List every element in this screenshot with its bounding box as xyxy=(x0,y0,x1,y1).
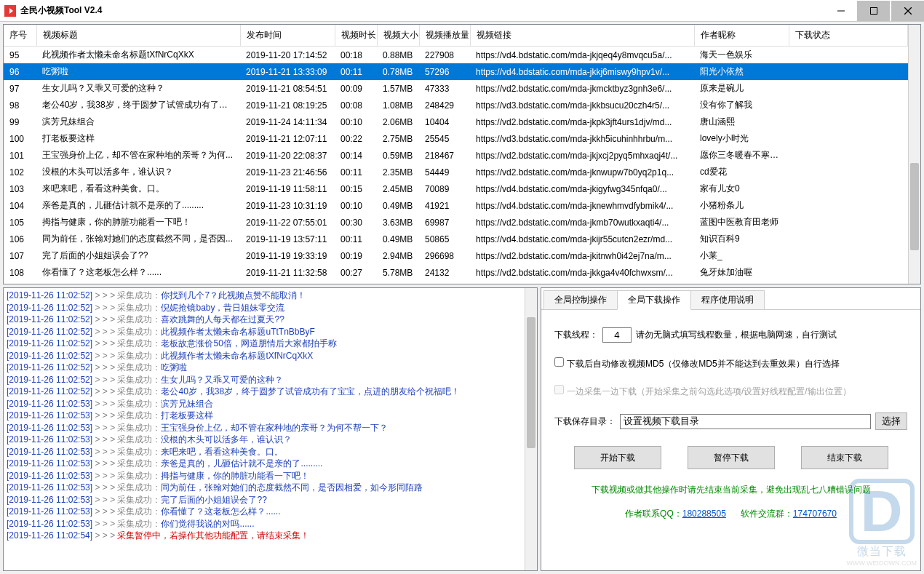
table-row[interactable]: 97生女儿吗？又乖又可爱的这种？2019-11-21 08:54:5100:09… xyxy=(4,80,908,97)
control-panel: 全局控制操作全局下载操作程序使用说明 下载线程： 请勿无脑式填写线程数量，根据电… xyxy=(541,287,921,571)
table-row[interactable]: 100打老板要这样2019-11-21 12:07:1100:222.75MB2… xyxy=(4,130,908,147)
tab[interactable]: 全局控制操作 xyxy=(543,290,618,309)
log-line: [2019-11-26 11:02:53] > > > 采集成功：没根的木头可以… xyxy=(7,434,534,446)
log-line: [2019-11-26 11:02:53] > > > 采集成功：你看懂了？这老… xyxy=(7,506,534,518)
app-icon xyxy=(4,5,16,17)
log-line: [2019-11-26 11:02:52] > > > 采集成功：老板故意涨价5… xyxy=(7,338,534,350)
contact-text: 作者联系QQ：180288505 软件交流群：174707670 xyxy=(554,508,907,520)
table-row[interactable]: 96吃粥啦2019-11-21 13:33:0900:110.78MB57296… xyxy=(4,63,908,80)
window-title: 全民小视频Tool V2.4 xyxy=(20,4,824,17)
dir-input[interactable] xyxy=(620,414,871,429)
column-header[interactable]: 作者昵称 xyxy=(694,25,789,47)
table-row[interactable]: 108你看懂了？这老板怎么样？......2019-11-21 11:32:58… xyxy=(4,264,908,281)
column-header[interactable]: 序号 xyxy=(4,25,36,47)
log-line: [2019-11-26 11:02:53] > > > 采集成功：滨芳兄妹组合 xyxy=(7,398,534,410)
table-row[interactable]: 105拇指与健康，你的肺脏功能看一下吧！2019-11-22 07:55:010… xyxy=(4,214,908,231)
table-row[interactable]: 95此视频作者太懒未命名标题tXfNrCqXkX2019-11-20 17:14… xyxy=(4,47,908,64)
title-bar: 全民小视频Tool V2.4 xyxy=(0,0,924,22)
minimize-button[interactable] xyxy=(824,1,857,21)
maximize-button[interactable] xyxy=(857,1,890,21)
md5-checkbox[interactable] xyxy=(554,357,564,367)
log-scrollbar[interactable] xyxy=(525,288,537,570)
tab[interactable]: 程序使用说明 xyxy=(690,290,765,309)
svg-rect-1 xyxy=(870,7,877,14)
start-download-button[interactable]: 开始下载 xyxy=(574,446,661,469)
stop-download-button[interactable]: 结束下载 xyxy=(801,446,888,469)
close-button[interactable] xyxy=(891,1,924,21)
log-line: [2019-11-26 11:02:52] > > > 采集成功：老公40岁，我… xyxy=(7,386,534,398)
table-row[interactable]: 107完了后面的小姐姐误会了??2019-11-19 19:33:1900:19… xyxy=(4,247,908,264)
log-line: [2019-11-26 11:02:53] > > > 采集成功：拇指与健康，你… xyxy=(7,470,534,482)
table-row[interactable]: 99滨芳兄妹组合2019-11-24 14:11:3400:102.06MB10… xyxy=(4,113,908,130)
log-panel[interactable]: [2019-11-26 11:02:52] > > > 采集成功：你找到几个7？… xyxy=(3,287,538,571)
log-line: [2019-11-26 11:02:52] > > > 采集成功：吃粥啦 xyxy=(7,362,534,374)
column-header[interactable]: 下载状态 xyxy=(789,25,908,47)
log-line: [2019-11-26 11:02:52] > > > 采集成功：喜欢跳舞的人每… xyxy=(7,314,534,326)
md5-checkbox-label[interactable]: 下载后自动修改视频MD5（仅修改MD5并不能达到去重效果）自行选择 xyxy=(554,357,840,370)
warning-text: 下载视频或做其他操作时请先结束当前采集，避免出现乱七八糟错误问题 xyxy=(554,484,907,496)
table-scrollbar[interactable] xyxy=(908,25,920,284)
log-line: [2019-11-26 11:02:53] > > > 采集成功：完了后面的小姐… xyxy=(7,494,534,506)
log-line: [2019-11-26 11:02:52] > > > 采集成功：此视频作者太懒… xyxy=(7,326,534,338)
autodl-checkbox xyxy=(554,385,564,394)
log-line: [2019-11-26 11:02:53] > > > 采集成功：打老板要这样 xyxy=(7,410,534,422)
log-line: [2019-11-26 11:02:53] > > > 采集成功：王宝强身价上亿… xyxy=(7,422,534,434)
dir-label: 下载保存目录： xyxy=(554,415,616,428)
log-line: [2019-11-26 11:02:53] > > > 采集成功：同为前任，张翰… xyxy=(7,482,534,494)
log-line: [2019-11-26 11:02:52] > > > 采集成功：此视频作者太懒… xyxy=(7,350,534,362)
autodl-checkbox-label: 一边采集一边下载（开始采集之前勾选此选项/设置好线程配置/输出位置） xyxy=(554,385,851,398)
log-line: [2019-11-26 11:02:54] > > > 采集暂停中，若操作其他功… xyxy=(7,530,534,542)
log-line: [2019-11-26 11:02:52] > > > 采集成功：倪妮抢镜bab… xyxy=(7,302,534,314)
threads-input[interactable] xyxy=(602,327,632,343)
video-table[interactable]: 序号视频标题发布时间视频时长视频大小视频播放量视频链接作者昵称下载状态 95此视… xyxy=(3,24,921,284)
column-header[interactable]: 视频标题 xyxy=(36,25,240,47)
qq-link[interactable]: 180288505 xyxy=(682,509,726,519)
log-line: [2019-11-26 11:02:53] > > > 采集成功：亲爸是真的，儿… xyxy=(7,458,534,470)
browse-button[interactable]: 选择 xyxy=(875,412,907,430)
table-row[interactable]: 101王宝强身价上亿，却不管在家种地的亲哥？为何...2019-11-20 22… xyxy=(4,147,908,164)
tab[interactable]: 全局下载操作 xyxy=(617,290,691,310)
column-header[interactable]: 视频大小 xyxy=(377,25,419,47)
pause-download-button[interactable]: 暂停下载 xyxy=(688,446,775,469)
threads-label: 下载线程： xyxy=(554,329,598,341)
column-header[interactable]: 视频链接 xyxy=(470,25,694,47)
log-line: [2019-11-26 11:02:52] > > > 采集成功：生女儿吗？又乖… xyxy=(7,374,534,386)
table-row[interactable]: 106同为前任，张翰对她们的态度截然不同，是否因...2019-11-19 13… xyxy=(4,231,908,247)
threads-hint: 请勿无脑式填写线程数量，根据电脑网速，自行测试 xyxy=(636,329,837,341)
column-header[interactable]: 视频时长 xyxy=(335,25,377,47)
column-header[interactable]: 视频播放量 xyxy=(419,25,470,47)
table-row[interactable]: 102没根的木头可以活多年，谁认识？2019-11-23 21:46:5600:… xyxy=(4,164,908,180)
table-row[interactable]: 109你们觉得我说的对吗......2019-11-22 22:27:3400:… xyxy=(4,281,908,284)
column-header[interactable]: 发布时间 xyxy=(240,25,335,47)
log-line: [2019-11-26 11:02:52] > > > 采集成功：你找到几个7？… xyxy=(7,290,534,302)
table-row[interactable]: 104亲爸是真的，儿砸估计就不是亲的了.........2019-11-23 1… xyxy=(4,197,908,214)
table-row[interactable]: 103来吧来吧，看看这种美食。口。2019-11-19 11:58:1100:1… xyxy=(4,180,908,197)
group-link[interactable]: 174707670 xyxy=(793,509,837,519)
log-line: [2019-11-26 11:02:53] > > > 采集成功：来吧来吧，看看… xyxy=(7,446,534,458)
table-row[interactable]: 98老公40岁，我38岁，终于圆梦了试管成功有了宝...2019-11-21 0… xyxy=(4,97,908,113)
log-line: [2019-11-26 11:02:53] > > > 采集成功：你们觉得我说的… xyxy=(7,518,534,530)
